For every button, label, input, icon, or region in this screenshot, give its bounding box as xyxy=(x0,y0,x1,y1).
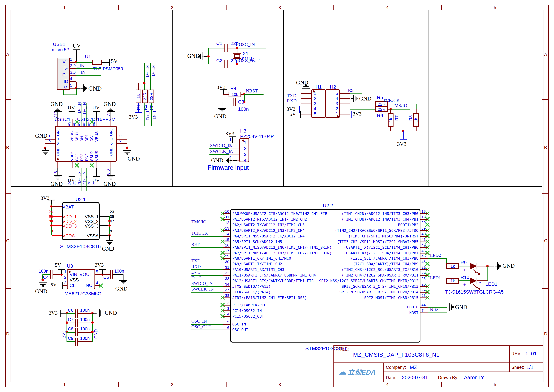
led2-diode[interactable] xyxy=(471,263,477,269)
column-label: 2 xyxy=(171,5,173,10)
pin-stub xyxy=(69,75,76,76)
capacitor-c4[interactable] xyxy=(50,270,53,279)
resistor-r10[interactable]: 1k xyxy=(446,278,459,284)
wire xyxy=(286,104,301,105)
crystal-x1[interactable] xyxy=(234,54,240,58)
resistor-r4[interactable]: 10k xyxy=(229,91,241,97)
u22-pin[interactable]: 4 PC15/OSC32_OUT xyxy=(176,314,230,319)
u21-pin[interactable]: 1 VBAT xyxy=(21,204,62,209)
u21-pin[interactable]: 9 VDDA xyxy=(21,232,62,238)
easyeda-logo[interactable]: ☁立创EDA xyxy=(339,367,381,377)
pin-number: 48 xyxy=(49,219,53,224)
capacitor-c2[interactable] xyxy=(224,60,228,68)
net-label: D+_I xyxy=(191,275,201,280)
pin-stub xyxy=(52,225,62,226)
net-uv: UV xyxy=(73,43,81,49)
gnd-symbol xyxy=(226,156,232,164)
u22-pin[interactable]: D-_I 32 PA11/USART1_CTS/CANRX/ USBDM/TIM… xyxy=(176,273,230,278)
led1-diode[interactable] xyxy=(471,278,477,284)
pin-name: PA1/USART2_RTS/ADC12_IN1/TIM2_CH2 xyxy=(232,217,307,221)
u22-pin[interactable]: 3 PC14/OSC32_IN xyxy=(176,308,230,314)
column-label: 2 xyxy=(171,382,173,387)
pin-stub xyxy=(301,98,311,99)
wire xyxy=(459,266,471,266)
wire xyxy=(45,143,55,144)
cap-value: 100n xyxy=(80,308,90,313)
ruler-tick xyxy=(226,382,227,387)
h1-connector[interactable] xyxy=(311,89,325,118)
u21-part: STM32F103C8T6 xyxy=(60,244,101,249)
u22-pin[interactable]: OSC_OUT 6 OSC_OUT xyxy=(176,327,230,333)
net-dminus-in: D-_IN xyxy=(72,63,84,68)
u21-pin[interactable]: 47 VSS_3 xyxy=(100,223,142,228)
wire xyxy=(109,235,110,239)
u22-pin[interactable]: 19 (TIM1_CH3N)/ADC12_IN9/TIM3_CH4/PB1 xyxy=(420,217,477,222)
resistor-r7[interactable]: 1k xyxy=(388,113,394,127)
capacitor-c1[interactable] xyxy=(224,44,228,52)
u21-pin[interactable]: 8 VSSA xyxy=(100,232,142,238)
h2-pin[interactable]: 4 xyxy=(340,96,362,101)
pin-number: 1 xyxy=(64,270,66,274)
resistor-r6[interactable]: 22R xyxy=(375,106,388,112)
u22-pin[interactable]: RXD 31 PA10/USART1_RX/TIM1_CH3 xyxy=(176,267,230,273)
resistor-r8[interactable]: 1k xyxy=(413,113,419,127)
u22-pin[interactable]: 26 SPI2_SCK/USART3_CTS/TIM1_CH1N/PB13 xyxy=(420,284,477,289)
pin-name: (TIM3_CH1/SPI1_MISO/PB4)/JNTRST xyxy=(348,234,418,238)
capacitor-row[interactable]: C9 100n xyxy=(67,338,101,347)
u21-pin[interactable]: 48 VDD_3 xyxy=(21,223,62,228)
u22-pin[interactable]: 28 SPI2_MOSI/TIM1_CH3N/PB15 xyxy=(420,295,477,301)
rev-label: REV: xyxy=(511,351,522,356)
date-label: Date: xyxy=(386,375,396,380)
u22-pin[interactable]: 41 (TIM3_CH2 /SPI1_MOSI)/I2C1_SMBAI/PB5 xyxy=(420,239,477,245)
pin-name: SPI2_MISO/USART3_RTS/TIM1_CH2N/PB14 xyxy=(339,290,418,294)
u22-pin[interactable]: 39 (TIM2_CH2/TRACESWO/SPI1_SCK/PB3)/JTDO xyxy=(420,228,477,233)
wire xyxy=(244,94,263,95)
fuse-u1[interactable] xyxy=(92,60,102,65)
ruler-tick xyxy=(333,382,334,387)
u22-pin[interactable]: 43 (USART1_RX)/I2C1_SDA/TIM4_CH2/PB7 xyxy=(420,250,477,256)
pin-name: VBUS xyxy=(70,147,74,161)
pin-number: 26 xyxy=(422,282,426,287)
cap-value: 100n xyxy=(80,336,90,341)
net-wire xyxy=(428,313,447,313)
column-label: 3 xyxy=(278,382,281,387)
led1-part-label: LED1 xyxy=(485,281,497,287)
u22-pin[interactable]: 2 PC13/TAMPER-RTC xyxy=(176,302,230,308)
h3-ref: H3 xyxy=(240,128,246,134)
pin-name: SPI2_NSS/I2C2_SMBAI/USART3_CK/TIM1_BKIN/… xyxy=(319,279,418,283)
pin-name: PA5/SPI1_SCK/ADC12_IN5 xyxy=(232,240,282,244)
u22-pin[interactable]: 29 PA8/USART1_CK/TIM1_CH1/MCO xyxy=(176,256,230,261)
wire xyxy=(390,109,391,113)
u22-pin[interactable]: 40 (TIM3_CH1/SPI1_MISO/PB4)/JNTRST xyxy=(420,233,477,239)
pin-name: CC2 xyxy=(75,147,79,161)
u22-pin[interactable]: LED2 45 (I2C1_SCL /CANRX)/TIM4_CH3/PB8 xyxy=(420,256,477,261)
u22-pin[interactable]: TXD 30 PA9/USART1_TX/TIM1_CH2 xyxy=(176,261,230,267)
pin-number: 33 xyxy=(225,277,229,281)
company-value: MZ xyxy=(410,364,417,370)
pin-number: 14 xyxy=(225,232,229,236)
u22-pin[interactable]: 10 PA0/WKUP/USART2_CTS/ADC12_IN0/TIM2_CH… xyxy=(176,211,230,217)
u22-pin[interactable]: 42 (USART1_TX)/I2C1_SCL/TIM4_CH1/PB6 xyxy=(420,245,477,250)
resistor-r9[interactable]: 1k xyxy=(446,263,459,269)
u22-pin[interactable]: 15 PA5/SPI1_SCK/ADC12_IN5 xyxy=(176,239,230,245)
u22-pin[interactable]: TCK/CK 14 PA4/SPI1_NSS/USART2_CK/ADC12_I… xyxy=(176,233,230,239)
u22-pin[interactable]: 17 PA7/SPI1_MOSI/ADC12_IN7/TIM3_CH2/(TIM… xyxy=(176,250,230,256)
pin-number: 1 xyxy=(70,57,72,62)
u22-pin[interactable]: RST 16 PA6/SPI1_MISO/ADC12_IN6/TIM3_CH1/… xyxy=(176,245,230,250)
capacitor-c5[interactable] xyxy=(110,270,113,279)
junction xyxy=(91,321,94,324)
pin-number: 3 xyxy=(314,101,316,106)
capacitor-c3[interactable] xyxy=(233,98,236,106)
net-label: TCK/CK xyxy=(191,231,208,236)
u22-pin[interactable]: SWCLK_IN 37 JTCK-SWCLK/(PA14) xyxy=(176,289,230,295)
u22-pin[interactable]: 18 (TIM1_CH2N)/ADC12_IN8/TIM3_CH3/PB0 xyxy=(420,211,477,217)
wire xyxy=(63,285,67,286)
pin-number-inner: 3 xyxy=(244,152,246,157)
c4-value: 100n xyxy=(39,268,48,274)
wire xyxy=(237,48,266,49)
u22-pin[interactable]: 38 JTDI/(PA15/TIM2_CH1_ETR/SPI1_NSS) xyxy=(176,295,230,301)
u22-pin[interactable]: 20 BOOT1\PB2 xyxy=(420,222,477,228)
wire xyxy=(209,154,229,155)
uv-power-flag xyxy=(93,172,100,177)
u22-pin[interactable]: TMS/IO 12 PA2/USART2_TX/ADC12_IN2/TIM2_C… xyxy=(176,222,230,228)
